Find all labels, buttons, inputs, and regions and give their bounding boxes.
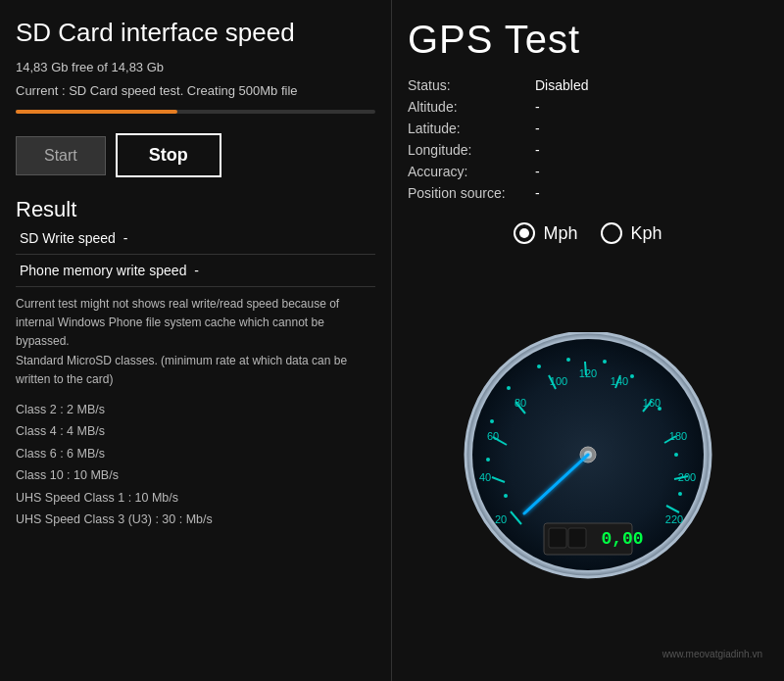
kph-label: Kph xyxy=(630,223,662,244)
svg-text:40: 40 xyxy=(479,471,491,483)
divider1 xyxy=(16,254,375,255)
accuracy-value: - xyxy=(535,164,540,179)
list-item: Class 2 : 2 MB/s xyxy=(16,399,375,421)
accuracy-label: Accuracy: xyxy=(408,164,535,179)
speed-unit-row: Mph Kph xyxy=(408,222,768,244)
latitude-value: - xyxy=(535,121,540,136)
svg-point-25 xyxy=(486,458,490,462)
mph-label: Mph xyxy=(543,223,577,244)
svg-rect-40 xyxy=(568,528,586,548)
progress-bar-fill xyxy=(16,110,177,114)
svg-text:220: 220 xyxy=(665,513,683,525)
altitude-row: Altitude: - xyxy=(408,99,768,115)
info-line2: Current : SD Card speed test. Creating 5… xyxy=(16,81,375,101)
kph-radio[interactable] xyxy=(601,222,622,244)
mph-option[interactable]: Mph xyxy=(514,222,577,244)
description-text: Current test might not shows real write/… xyxy=(16,295,375,389)
longitude-value: - xyxy=(535,142,540,158)
gps-info-table: Status: Disabled Altitude: - Latitude: -… xyxy=(408,77,768,207)
svg-text:0,00: 0,00 xyxy=(601,529,643,549)
longitude-row: Longitude: - xyxy=(408,142,768,158)
mph-radio[interactable] xyxy=(514,222,535,244)
position-source-value: - xyxy=(535,185,540,201)
svg-point-27 xyxy=(507,386,511,390)
list-item: Class 10 : 10 MB/s xyxy=(16,464,375,487)
progress-bar-container xyxy=(16,110,375,114)
status-value: Disabled xyxy=(535,77,588,93)
altitude-label: Altitude: xyxy=(408,99,535,115)
svg-point-24 xyxy=(504,494,508,498)
stop-button[interactable]: Stop xyxy=(116,133,221,177)
sd-write-label: SD Write speed xyxy=(20,230,116,246)
list-item: UHS Speed Class 3 (U3) : 30 : Mb/s xyxy=(16,509,375,531)
status-label: Status: xyxy=(408,77,535,93)
svg-point-31 xyxy=(630,374,634,378)
altitude-value: - xyxy=(535,99,540,115)
phone-write-row: Phone memory write speed - xyxy=(16,263,375,278)
svg-point-33 xyxy=(674,453,678,457)
svg-point-28 xyxy=(537,365,541,368)
divider2 xyxy=(16,286,375,287)
list-item: Class 4 : 4 MB/s xyxy=(16,420,375,443)
info-line1: 14,83 Gb free of 14,83 Gb xyxy=(16,58,375,77)
position-source-label: Position source: xyxy=(408,185,535,201)
longitude-label: Longitude: xyxy=(408,142,535,158)
result-title: Result xyxy=(16,197,375,222)
status-row: Status: Disabled xyxy=(408,77,768,93)
svg-point-29 xyxy=(566,358,570,362)
latitude-row: Latitude: - xyxy=(408,121,768,136)
right-panel: GPS Test Status: Disabled Altitude: - La… xyxy=(392,0,784,681)
svg-text:160: 160 xyxy=(643,397,661,409)
svg-point-26 xyxy=(490,419,494,423)
svg-text:20: 20 xyxy=(495,513,507,525)
svg-line-18 xyxy=(585,362,586,375)
sd-write-value: - xyxy=(123,230,128,246)
phone-write-label: Phone memory write speed xyxy=(20,263,186,278)
left-panel: SD Card interface speed 14,83 Gb free of… xyxy=(0,0,392,681)
svg-point-32 xyxy=(658,407,662,411)
sd-write-row: SD Write speed - xyxy=(16,230,375,246)
phone-write-value: - xyxy=(194,263,199,278)
svg-text:180: 180 xyxy=(669,430,687,442)
svg-point-30 xyxy=(603,360,607,364)
accuracy-row: Accuracy: - xyxy=(408,164,768,179)
list-item: Class 6 : 6 MB/s xyxy=(16,443,375,465)
speedometer-container: 20 40 60 80 100 120 140 160 180 200 xyxy=(408,256,768,663)
kph-option[interactable]: Kph xyxy=(601,222,662,244)
gps-title: GPS Test xyxy=(408,18,768,62)
position-source-row: Position source: - xyxy=(408,185,768,201)
speedometer-svg: 20 40 60 80 100 120 140 160 180 200 xyxy=(451,332,725,587)
svg-text:120: 120 xyxy=(579,367,597,379)
class-list: Class 2 : 2 MB/s Class 4 : 4 MB/s Class … xyxy=(16,399,375,531)
panel-title: SD Card interface speed xyxy=(16,18,375,48)
start-button[interactable]: Start xyxy=(16,136,106,175)
list-item: UHS Speed Class 1 : 10 Mb/s xyxy=(16,487,375,510)
buttons-row: Start Stop xyxy=(16,133,375,177)
svg-rect-39 xyxy=(549,528,566,548)
svg-point-34 xyxy=(678,492,682,496)
watermark: www.meovatgiadinh.vn xyxy=(662,649,762,659)
latitude-label: Latitude: xyxy=(408,121,535,136)
